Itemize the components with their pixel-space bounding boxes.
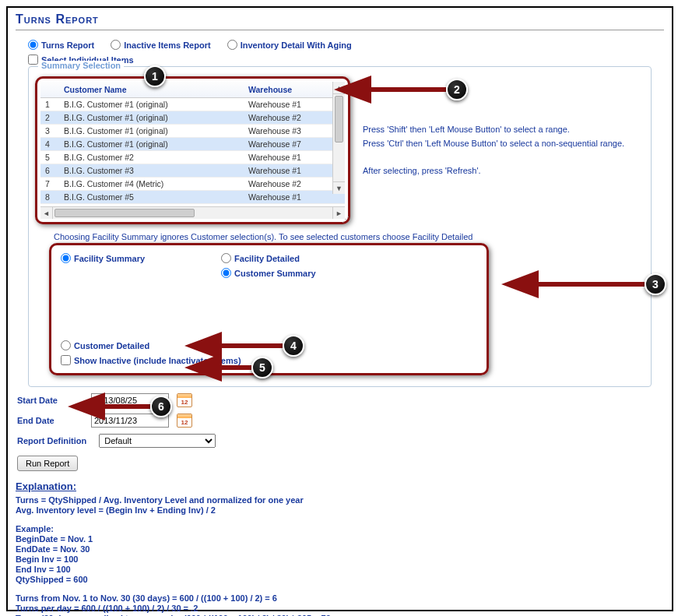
radio-inventory-aging-input[interactable] (227, 40, 237, 50)
radio-customer-detailed[interactable]: Customer Detailed (61, 340, 149, 350)
hint-shift: Press 'Shift' then 'Left Mouse Button' t… (363, 123, 624, 137)
scroll-thumb-vertical[interactable] (335, 96, 343, 143)
cell-customer: B.I.G. Customer #3 (59, 164, 244, 178)
explanation-block: Explanation: Turns = QtyShipped / Avg. I… (16, 480, 664, 616)
table-row[interactable]: 5B.I.G. Customer #2Warehouse #1 (40, 151, 345, 164)
radio-turns-report-input[interactable] (28, 40, 38, 50)
cell-customer: B.I.G. Customer #1 (original) (59, 111, 244, 125)
selection-hints: Press 'Shift' then 'Left Mouse Button' t… (363, 123, 624, 224)
cell-customer: B.I.G. Customer #1 (original) (59, 125, 244, 138)
radio-facility-detailed-input[interactable] (221, 253, 231, 263)
cell-warehouse: Warehouse #7 (244, 138, 345, 151)
radio-customer-summary[interactable]: Customer Summary (221, 268, 316, 278)
cell-warehouse: Warehouse #1 (244, 191, 345, 204)
table-row[interactable]: 3B.I.G. Customer #1 (original)Warehouse … (40, 125, 345, 138)
explanation-line: End Inv = 100 (16, 565, 664, 574)
radio-inactive-items[interactable]: Inactive Items Report (111, 40, 210, 50)
table-row[interactable]: 8B.I.G. Customer #5Warehouse #1 (40, 191, 345, 204)
cell-rownum: 8 (40, 191, 59, 204)
cell-customer: B.I.G. Customer #4 (Metric) (59, 178, 244, 191)
report-definition-label: Report Definition (17, 436, 86, 445)
page-title: Turns Report (16, 12, 664, 30)
cell-customer: B.I.G. Customer #1 (original) (59, 98, 244, 111)
explanation-line: Example: (16, 524, 664, 533)
cell-warehouse: Warehouse #3 (244, 125, 345, 138)
cell-rownum: 5 (40, 151, 59, 164)
summary-selection-fieldset: Summary Selection Customer Name Warehous… (28, 66, 652, 387)
grid-horizontal-scrollbar[interactable]: ◄ ► (40, 206, 345, 219)
radio-customer-summary-label: Customer Summary (234, 269, 316, 278)
explanation-line: Avg. Inventory level = (Begin Inv + Endi… (16, 505, 664, 515)
scroll-down-arrow-icon[interactable]: ▼ (333, 181, 345, 194)
show-inactive-checkbox[interactable] (61, 355, 71, 365)
grid-vertical-scrollbar[interactable]: ▲ ▼ (332, 82, 345, 194)
customer-grid-container: Customer Name Warehouse 1B.I.G. Customer… (35, 76, 350, 224)
cell-rownum: 3 (40, 125, 59, 138)
cell-warehouse: Warehouse #1 (244, 98, 345, 111)
start-date-input[interactable] (91, 393, 169, 407)
radio-inventory-aging[interactable]: Inventory Detail With Aging (227, 40, 352, 50)
table-row[interactable]: 7B.I.G. Customer #4 (Metric)Warehouse #2 (40, 178, 345, 191)
cell-rownum: 6 (40, 164, 59, 178)
cell-customer: B.I.G. Customer #2 (59, 151, 244, 164)
customer-grid[interactable]: Customer Name Warehouse 1B.I.G. Customer… (40, 82, 345, 206)
radio-customer-summary-input[interactable] (221, 268, 231, 278)
summary-options-box: Facility Summary Facility Detailed Custo… (49, 243, 489, 375)
radio-turns-label: Turns Report (41, 40, 94, 50)
explanation-title: Explanation: (16, 480, 664, 492)
start-date-label: Start Date (17, 396, 83, 405)
hint-refresh: After selecting, press 'Refresh'. (363, 164, 624, 178)
hint-ctrl: Press 'Ctrl' then 'Left Mouse Button' to… (363, 137, 624, 151)
cell-warehouse: Warehouse #2 (244, 178, 345, 191)
summary-selection-title: Summary Selection (38, 61, 124, 70)
customer-grid-scroll[interactable]: Customer Name Warehouse 1B.I.G. Customer… (40, 82, 345, 206)
end-date-label: End Date (17, 416, 83, 425)
explanation-line: Begin Inv = 100 (16, 554, 664, 564)
explanation-line: BeginDate = Nov. 1 (16, 534, 664, 544)
select-individual-checkbox[interactable] (28, 55, 38, 65)
resize-grip-icon[interactable]: ⋰ (342, 215, 350, 224)
run-report-button[interactable]: Run Report (17, 456, 78, 471)
scroll-up-arrow-icon[interactable]: ▲ (333, 82, 345, 94)
radio-facility-detailed-label: Facility Detailed (234, 254, 300, 263)
radio-inactive-items-input[interactable] (111, 40, 121, 50)
scroll-left-arrow-icon[interactable]: ◄ (40, 207, 53, 219)
table-row[interactable]: 1B.I.G. Customer #1 (original)Warehouse … (40, 98, 345, 111)
show-inactive-label: Show Inactive (include Inactivated Items… (74, 356, 241, 365)
radio-turns-report[interactable]: Turns Report (28, 40, 94, 50)
calendar-icon[interactable] (177, 393, 192, 407)
radio-facility-summary-input[interactable] (61, 253, 71, 263)
explanation-line: Turns = QtyShipped / Avg. Inventory Leve… (16, 495, 664, 505)
facility-note: Choosing Facility Summary ignores Custom… (54, 232, 645, 241)
scroll-thumb-horizontal[interactable] (54, 209, 195, 217)
cell-warehouse: Warehouse #2 (244, 111, 345, 125)
cell-rownum: 7 (40, 178, 59, 191)
col-rownum[interactable] (40, 82, 59, 98)
explanation-line: Turns from Nov. 1 to Nov. 30 (30 days) =… (16, 593, 664, 603)
end-date-input[interactable] (91, 414, 169, 428)
radio-facility-summary[interactable]: Facility Summary (61, 253, 145, 263)
explanation-line: QtyShipped = 600 (16, 575, 664, 584)
table-row[interactable]: 4B.I.G. Customer #1 (original)Warehouse … (40, 138, 345, 151)
radio-facility-summary-label: Facility Summary (74, 254, 145, 263)
cell-customer: B.I.G. Customer #5 (59, 191, 244, 204)
cell-rownum: 2 (40, 111, 59, 125)
col-warehouse[interactable]: Warehouse (244, 82, 345, 98)
cell-rownum: 1 (40, 98, 59, 111)
explanation-line: Turns per day = 600 / ((100 + 100) / 2) … (16, 604, 664, 613)
report-definition-select[interactable]: Default (99, 434, 216, 448)
radio-inactive-label: Inactive Items Report (124, 40, 210, 50)
col-customer-name[interactable]: Customer Name (59, 82, 244, 98)
cell-warehouse: Warehouse #1 (244, 151, 345, 164)
radio-customer-detailed-label: Customer Detailed (74, 341, 149, 350)
radio-facility-detailed[interactable]: Facility Detailed (221, 253, 316, 263)
calendar-icon[interactable] (177, 414, 192, 428)
table-row[interactable]: 6B.I.G. Customer #3Warehouse #1 (40, 164, 345, 178)
cell-warehouse: Warehouse #1 (244, 164, 345, 178)
radio-inventory-label: Inventory Detail With Aging (241, 40, 352, 50)
explanation-line: EndDate = Nov. 30 (16, 544, 664, 554)
radio-customer-detailed-input[interactable] (61, 340, 71, 350)
cell-customer: B.I.G. Customer #1 (original) (59, 138, 244, 151)
table-row[interactable]: 2B.I.G. Customer #1 (original)Warehouse … (40, 111, 345, 125)
cell-rownum: 4 (40, 138, 59, 151)
